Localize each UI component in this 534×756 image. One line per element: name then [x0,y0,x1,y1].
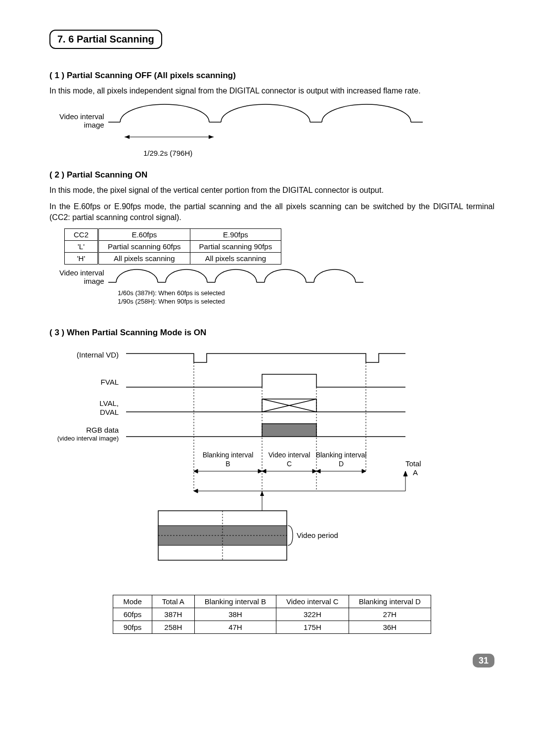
svg-text:A: A [413,468,418,477]
lbl-video-sub: (video interval image) [57,435,119,442]
timing-diagram: (Internal VD) FVAL LVAL, DVAL RGB data (… [49,343,494,585]
subheading-1: ( 1 ) Partial Scanning OFF (All pixels s… [49,71,494,81]
fig2-timing1: 1/60s (387H): When 60fps is selected [118,289,494,298]
mt-r1c4: 36H [349,621,431,634]
svg-marker-45 [403,471,407,476]
svg-text:Blanking interval: Blanking interval [316,451,367,459]
para-2a: In this mode, the pixel signal of the ve… [49,185,494,196]
subheading-2: ( 2 ) Partial Scanning ON [49,170,494,180]
svg-marker-34 [194,469,198,473]
mt-r1c2: 47H [194,621,276,634]
mt-h4: Blanking interval D [349,595,431,608]
cc2-r1c1: All pixels scanning [98,253,190,265]
svg-text:Blanking interval: Blanking interval [203,451,254,459]
svg-text:B: B [225,460,230,468]
fig1-timing: 1/29.2s (796H) [143,149,494,157]
mt-r1c3: 175H [276,621,349,634]
cc2-r1c0: 'H' [65,253,98,265]
cc2-h1: E.60fps [98,229,190,241]
svg-marker-40 [316,469,320,473]
figure-2: Video interval image 1/60s (387H): When … [59,267,494,306]
svg-marker-43 [194,489,198,493]
svg-marker-38 [312,469,316,473]
fig2-timing2: 1/90s (258H): When 90fps is selected [118,298,494,306]
cc2-h0: CC2 [65,229,98,241]
mt-h3: Video interval C [276,595,349,608]
mt-h0: Mode [113,595,152,608]
cc2-r0c0: 'L' [65,241,98,253]
mt-r0c0: 60fps [113,608,152,621]
fig1-image-label: image [59,121,104,129]
cc2-r0c1: Partial scanning 60fps [98,241,190,253]
lbl-fval: FVAL [101,378,119,386]
lbl-rgb: RGB data [86,426,119,434]
para-2b: In the E.60fps or E.90fps mode, the part… [49,201,494,222]
svg-rect-19 [262,424,316,437]
cc2-h2: E.90fps [190,229,281,241]
mt-r0c3: 322H [276,608,349,621]
svg-text:C: C [287,460,292,468]
mt-r1c1: 258H [152,621,194,634]
fig2-image-label: image [59,277,104,285]
mt-h2: Blanking interval B [194,595,276,608]
mt-r1c0: 90fps [113,621,152,634]
para-1: In this mode, all pixels independent sig… [49,86,494,96]
subheading-3: ( 3 ) When Partial Scanning Mode is ON [49,328,494,338]
page-number-badge: 31 [49,654,494,667]
fig1-video-interval-label: Video interval [59,112,104,121]
mt-h1: Total A [152,595,194,608]
mt-r0c2: 38H [194,608,276,621]
fig2-arcs [108,267,385,287]
fig2-video-interval-label: Video interval [59,268,104,277]
svg-text:Video period: Video period [297,531,338,539]
fig1-arcs [108,102,425,132]
svg-marker-6 [209,135,214,139]
lbl-internal-vd: (Internal VD) [77,351,119,359]
svg-text:Total: Total [405,459,421,468]
svg-text:D: D [339,460,344,468]
fig1-arrow [113,132,508,149]
section-title: 7. 6 Partial Scanning [49,30,162,49]
svg-marker-5 [125,135,130,139]
cc2-r1c2: All pixels scanning [190,253,281,265]
mode-table: Mode Total A Blanking interval B Video i… [113,595,431,634]
svg-marker-52 [260,491,264,496]
mt-r0c4: 27H [349,608,431,621]
svg-marker-35 [258,469,262,473]
cc2-table: CC2 E.60fps E.90fps 'L' Partial scanning… [64,228,281,265]
svg-text:Video interval: Video interval [268,451,311,459]
page-number: 31 [473,654,494,667]
lbl-dval: DVAL [100,408,119,416]
lbl-lval: LVAL, [99,399,119,407]
figure-1: Video interval image 1/29.2s (796H) [59,102,494,157]
svg-marker-41 [362,469,366,473]
cc2-r0c2: Partial scanning 90fps [190,241,281,253]
svg-marker-37 [262,469,266,473]
mt-r0c1: 387H [152,608,194,621]
